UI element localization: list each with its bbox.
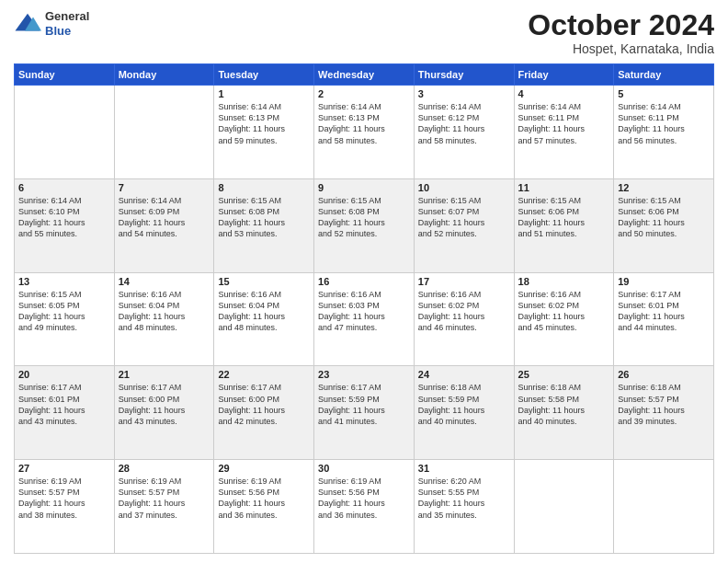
- title-block: October 2024 Hospet, Karnataka, India: [528, 9, 714, 56]
- day-number: 13: [18, 276, 110, 287]
- cell-daylight-info: Sunrise: 6:15 AM Sunset: 6:08 PM Dayligh…: [318, 195, 410, 240]
- month-year-title: October 2024: [528, 9, 714, 41]
- logo-blue: Blue: [45, 24, 89, 39]
- day-number: 2: [318, 88, 410, 99]
- calendar-week-3: 13Sunrise: 6:15 AM Sunset: 6:05 PM Dayli…: [15, 272, 714, 366]
- calendar-cell: [15, 86, 115, 179]
- calendar-cell: 31Sunrise: 6:20 AM Sunset: 5:55 PM Dayli…: [414, 460, 514, 554]
- cell-daylight-info: Sunrise: 6:18 AM Sunset: 5:57 PM Dayligh…: [618, 382, 710, 427]
- calendar-cell: 7Sunrise: 6:14 AM Sunset: 6:09 PM Daylig…: [114, 178, 214, 272]
- col-thursday: Thursday: [414, 64, 514, 86]
- header: General Blue October 2024 Hospet, Karnat…: [14, 9, 714, 56]
- calendar-cell: 28Sunrise: 6:19 AM Sunset: 5:57 PM Dayli…: [114, 460, 214, 554]
- calendar-cell: 17Sunrise: 6:16 AM Sunset: 6:02 PM Dayli…: [414, 272, 514, 366]
- calendar-cell: 27Sunrise: 6:19 AM Sunset: 5:57 PM Dayli…: [15, 460, 115, 554]
- calendar-cell: 20Sunrise: 6:17 AM Sunset: 6:01 PM Dayli…: [15, 366, 115, 460]
- location-subtitle: Hospet, Karnataka, India: [528, 41, 714, 56]
- day-number: 20: [18, 369, 110, 380]
- cell-daylight-info: Sunrise: 6:16 AM Sunset: 6:04 PM Dayligh…: [119, 289, 210, 334]
- calendar-cell: 21Sunrise: 6:17 AM Sunset: 6:00 PM Dayli…: [114, 366, 214, 460]
- day-number: 18: [518, 276, 610, 287]
- day-number: 21: [119, 369, 210, 380]
- day-number: 31: [418, 463, 510, 474]
- calendar-cell: 22Sunrise: 6:17 AM Sunset: 6:00 PM Dayli…: [214, 366, 314, 460]
- cell-daylight-info: Sunrise: 6:15 AM Sunset: 6:06 PM Dayligh…: [618, 195, 710, 240]
- day-number: 17: [418, 276, 510, 287]
- calendar-cell: 24Sunrise: 6:18 AM Sunset: 5:59 PM Dayli…: [414, 366, 514, 460]
- calendar-cell: 6Sunrise: 6:14 AM Sunset: 6:10 PM Daylig…: [15, 178, 115, 272]
- calendar-cell: 8Sunrise: 6:15 AM Sunset: 6:08 PM Daylig…: [214, 178, 314, 272]
- page: General Blue October 2024 Hospet, Karnat…: [0, 0, 728, 563]
- col-wednesday: Wednesday: [314, 64, 415, 86]
- calendar-cell: 18Sunrise: 6:16 AM Sunset: 6:02 PM Dayli…: [514, 272, 614, 366]
- day-number: 12: [618, 182, 710, 193]
- cell-daylight-info: Sunrise: 6:17 AM Sunset: 5:59 PM Dayligh…: [318, 382, 410, 427]
- calendar-cell: 10Sunrise: 6:15 AM Sunset: 6:07 PM Dayli…: [414, 178, 514, 272]
- day-number: 26: [618, 369, 710, 380]
- cell-daylight-info: Sunrise: 6:19 AM Sunset: 5:56 PM Dayligh…: [318, 476, 410, 521]
- col-tuesday: Tuesday: [214, 64, 314, 86]
- calendar-cell: 14Sunrise: 6:16 AM Sunset: 6:04 PM Dayli…: [114, 272, 214, 366]
- calendar-cell: [514, 460, 614, 554]
- day-number: 29: [218, 463, 310, 474]
- cell-daylight-info: Sunrise: 6:15 AM Sunset: 6:06 PM Dayligh…: [518, 195, 610, 240]
- calendar-week-4: 20Sunrise: 6:17 AM Sunset: 6:01 PM Dayli…: [15, 366, 714, 460]
- day-number: 14: [119, 276, 210, 287]
- cell-daylight-info: Sunrise: 6:14 AM Sunset: 6:12 PM Dayligh…: [418, 101, 510, 146]
- calendar-cell: 12Sunrise: 6:15 AM Sunset: 6:06 PM Dayli…: [614, 178, 714, 272]
- day-number: 28: [119, 463, 210, 474]
- day-number: 15: [218, 276, 310, 287]
- col-friday: Friday: [514, 64, 614, 86]
- day-number: 19: [618, 276, 710, 287]
- calendar-cell: 3Sunrise: 6:14 AM Sunset: 6:12 PM Daylig…: [414, 86, 514, 179]
- day-number: 30: [318, 463, 410, 474]
- day-number: 9: [318, 182, 410, 193]
- day-number: 22: [218, 369, 310, 380]
- cell-daylight-info: Sunrise: 6:18 AM Sunset: 5:59 PM Dayligh…: [418, 382, 510, 427]
- day-number: 5: [618, 88, 710, 99]
- cell-daylight-info: Sunrise: 6:19 AM Sunset: 5:57 PM Dayligh…: [18, 476, 110, 521]
- day-number: 23: [318, 369, 410, 380]
- cell-daylight-info: Sunrise: 6:14 AM Sunset: 6:11 PM Dayligh…: [618, 101, 710, 146]
- day-number: 3: [418, 88, 510, 99]
- day-number: 7: [119, 182, 210, 193]
- cell-daylight-info: Sunrise: 6:14 AM Sunset: 6:10 PM Dayligh…: [18, 195, 110, 240]
- day-number: 11: [518, 182, 610, 193]
- cell-daylight-info: Sunrise: 6:19 AM Sunset: 5:57 PM Dayligh…: [119, 476, 210, 521]
- calendar-cell: 23Sunrise: 6:17 AM Sunset: 5:59 PM Dayli…: [314, 366, 415, 460]
- cell-daylight-info: Sunrise: 6:19 AM Sunset: 5:56 PM Dayligh…: [218, 476, 310, 521]
- cell-daylight-info: Sunrise: 6:16 AM Sunset: 6:03 PM Dayligh…: [318, 289, 410, 334]
- logo: General Blue: [14, 9, 89, 38]
- cell-daylight-info: Sunrise: 6:15 AM Sunset: 6:07 PM Dayligh…: [418, 195, 510, 240]
- day-number: 8: [218, 182, 310, 193]
- calendar-cell: 11Sunrise: 6:15 AM Sunset: 6:06 PM Dayli…: [514, 178, 614, 272]
- calendar-cell: [114, 86, 214, 179]
- cell-daylight-info: Sunrise: 6:17 AM Sunset: 6:01 PM Dayligh…: [618, 289, 710, 334]
- cell-daylight-info: Sunrise: 6:15 AM Sunset: 6:08 PM Dayligh…: [218, 195, 310, 240]
- col-sunday: Sunday: [15, 64, 115, 86]
- cell-daylight-info: Sunrise: 6:16 AM Sunset: 6:02 PM Dayligh…: [418, 289, 510, 334]
- calendar-week-5: 27Sunrise: 6:19 AM Sunset: 5:57 PM Dayli…: [15, 460, 714, 554]
- calendar-cell: 15Sunrise: 6:16 AM Sunset: 6:04 PM Dayli…: [214, 272, 314, 366]
- calendar-cell: [614, 460, 714, 554]
- col-saturday: Saturday: [614, 64, 714, 86]
- day-number: 4: [518, 88, 610, 99]
- col-monday: Monday: [114, 64, 214, 86]
- calendar-cell: 13Sunrise: 6:15 AM Sunset: 6:05 PM Dayli…: [15, 272, 115, 366]
- calendar-cell: 26Sunrise: 6:18 AM Sunset: 5:57 PM Dayli…: [614, 366, 714, 460]
- day-number: 1: [218, 88, 310, 99]
- calendar-week-2: 6Sunrise: 6:14 AM Sunset: 6:10 PM Daylig…: [15, 178, 714, 272]
- cell-daylight-info: Sunrise: 6:17 AM Sunset: 6:00 PM Dayligh…: [218, 382, 310, 427]
- day-number: 25: [518, 369, 610, 380]
- calendar-cell: 2Sunrise: 6:14 AM Sunset: 6:13 PM Daylig…: [314, 86, 415, 179]
- calendar-cell: 1Sunrise: 6:14 AM Sunset: 6:13 PM Daylig…: [214, 86, 314, 179]
- calendar-cell: 5Sunrise: 6:14 AM Sunset: 6:11 PM Daylig…: [614, 86, 714, 179]
- day-number: 6: [18, 182, 110, 193]
- calendar-cell: 29Sunrise: 6:19 AM Sunset: 5:56 PM Dayli…: [214, 460, 314, 554]
- calendar-week-1: 1Sunrise: 6:14 AM Sunset: 6:13 PM Daylig…: [15, 86, 714, 179]
- logo-general: General: [45, 9, 89, 24]
- calendar-cell: 16Sunrise: 6:16 AM Sunset: 6:03 PM Dayli…: [314, 272, 415, 366]
- cell-daylight-info: Sunrise: 6:17 AM Sunset: 6:00 PM Dayligh…: [119, 382, 210, 427]
- day-number: 16: [318, 276, 410, 287]
- cell-daylight-info: Sunrise: 6:17 AM Sunset: 6:01 PM Dayligh…: [18, 382, 110, 427]
